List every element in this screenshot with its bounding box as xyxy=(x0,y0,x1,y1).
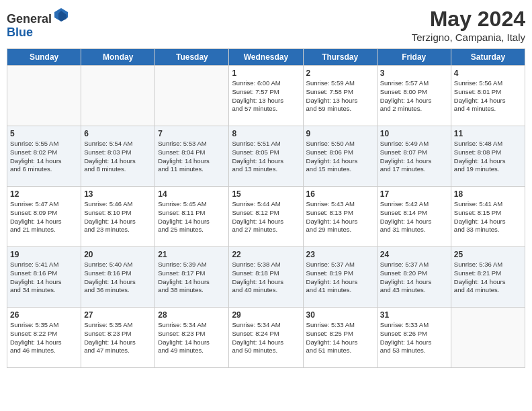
day-number: 22 xyxy=(232,250,300,259)
day-info: Sunrise: 5:42 AM Sunset: 8:14 PM Dayligh… xyxy=(380,200,448,234)
day-info: Sunrise: 5:47 AM Sunset: 8:09 PM Dayligh… xyxy=(10,200,78,234)
day-number: 31 xyxy=(380,310,448,320)
calendar-cell: 27Sunrise: 5:35 AM Sunset: 8:23 PM Dayli… xyxy=(81,308,155,368)
calendar-cell: 30Sunrise: 5:33 AM Sunset: 8:25 PM Dayli… xyxy=(303,308,377,368)
day-info: Sunrise: 5:56 AM Sunset: 8:01 PM Dayligh… xyxy=(454,79,522,113)
calendar-cell: 16Sunrise: 5:43 AM Sunset: 8:13 PM Dayli… xyxy=(303,187,377,247)
weekday-header-friday: Friday xyxy=(377,49,451,66)
calendar-week-row: 1Sunrise: 6:00 AM Sunset: 7:57 PM Daylig… xyxy=(7,66,525,126)
calendar-cell: 6Sunrise: 5:54 AM Sunset: 8:03 PM Daylig… xyxy=(81,126,155,187)
calendar-cell: 24Sunrise: 5:37 AM Sunset: 8:20 PM Dayli… xyxy=(377,247,451,308)
weekday-header-saturday: Saturday xyxy=(451,49,525,66)
calendar-cell: 19Sunrise: 5:41 AM Sunset: 8:16 PM Dayli… xyxy=(7,247,81,308)
day-number: 20 xyxy=(84,250,152,259)
weekday-header-tuesday: Tuesday xyxy=(155,49,229,66)
day-number: 9 xyxy=(306,129,374,138)
day-number: 28 xyxy=(158,310,226,320)
weekday-header-wednesday: Wednesday xyxy=(229,49,303,66)
day-number: 2 xyxy=(306,68,374,78)
month-title: May 2024 xyxy=(412,7,525,32)
calendar-cell: 11Sunrise: 5:48 AM Sunset: 8:08 PM Dayli… xyxy=(451,126,525,187)
day-number: 12 xyxy=(10,189,78,199)
day-number: 14 xyxy=(158,189,226,199)
day-number: 13 xyxy=(84,189,152,199)
day-info: Sunrise: 5:44 AM Sunset: 8:12 PM Dayligh… xyxy=(232,200,300,234)
calendar-cell: 28Sunrise: 5:34 AM Sunset: 8:23 PM Dayli… xyxy=(155,308,229,368)
calendar-cell: 22Sunrise: 5:38 AM Sunset: 8:18 PM Dayli… xyxy=(229,247,303,308)
day-number: 11 xyxy=(454,129,522,138)
day-info: Sunrise: 5:39 AM Sunset: 8:17 PM Dayligh… xyxy=(158,261,226,295)
calendar-week-row: 12Sunrise: 5:47 AM Sunset: 8:09 PM Dayli… xyxy=(7,187,525,247)
weekday-header-row: SundayMondayTuesdayWednesdayThursdayFrid… xyxy=(7,49,525,66)
calendar-cell: 4Sunrise: 5:56 AM Sunset: 8:01 PM Daylig… xyxy=(451,66,525,126)
day-info: Sunrise: 5:54 AM Sunset: 8:03 PM Dayligh… xyxy=(84,140,152,174)
day-info: Sunrise: 5:45 AM Sunset: 8:11 PM Dayligh… xyxy=(158,200,226,234)
calendar-cell: 14Sunrise: 5:45 AM Sunset: 8:11 PM Dayli… xyxy=(155,187,229,247)
calendar-week-row: 5Sunrise: 5:55 AM Sunset: 8:02 PM Daylig… xyxy=(7,126,525,187)
calendar-cell: 25Sunrise: 5:36 AM Sunset: 8:21 PM Dayli… xyxy=(451,247,525,308)
calendar-cell: 23Sunrise: 5:37 AM Sunset: 8:19 PM Dayli… xyxy=(303,247,377,308)
weekday-header-monday: Monday xyxy=(81,49,155,66)
day-number: 23 xyxy=(306,250,374,259)
calendar-cell: 2Sunrise: 5:59 AM Sunset: 7:58 PM Daylig… xyxy=(303,66,377,126)
weekday-header-thursday: Thursday xyxy=(303,49,377,66)
calendar-cell: 5Sunrise: 5:55 AM Sunset: 8:02 PM Daylig… xyxy=(7,126,81,187)
day-number: 19 xyxy=(10,250,78,259)
logo-blue: Blue xyxy=(7,26,33,39)
location-title: Terzigno, Campania, Italy xyxy=(412,32,525,43)
calendar-cell: 21Sunrise: 5:39 AM Sunset: 8:17 PM Dayli… xyxy=(155,247,229,308)
day-number: 5 xyxy=(10,129,78,138)
day-info: Sunrise: 5:46 AM Sunset: 8:10 PM Dayligh… xyxy=(84,200,152,234)
calendar-week-row: 19Sunrise: 5:41 AM Sunset: 8:16 PM Dayli… xyxy=(7,247,525,308)
calendar-cell: 9Sunrise: 5:50 AM Sunset: 8:06 PM Daylig… xyxy=(303,126,377,187)
day-number: 26 xyxy=(10,310,78,320)
day-info: Sunrise: 5:48 AM Sunset: 8:08 PM Dayligh… xyxy=(454,140,522,174)
calendar-cell: 18Sunrise: 5:41 AM Sunset: 8:15 PM Dayli… xyxy=(451,187,525,247)
day-number: 16 xyxy=(306,189,374,199)
day-info: Sunrise: 5:38 AM Sunset: 8:18 PM Dayligh… xyxy=(232,261,300,295)
calendar-cell: 31Sunrise: 5:33 AM Sunset: 8:26 PM Dayli… xyxy=(377,308,451,368)
calendar-week-row: 26Sunrise: 5:35 AM Sunset: 8:22 PM Dayli… xyxy=(7,308,525,368)
calendar-cell: 29Sunrise: 5:34 AM Sunset: 8:24 PM Dayli… xyxy=(229,308,303,368)
day-number: 3 xyxy=(380,68,448,78)
calendar-cell: 7Sunrise: 5:53 AM Sunset: 8:04 PM Daylig… xyxy=(155,126,229,187)
day-info: Sunrise: 5:59 AM Sunset: 7:58 PM Dayligh… xyxy=(306,79,374,113)
day-number: 15 xyxy=(232,189,300,199)
calendar-cell: 15Sunrise: 5:44 AM Sunset: 8:12 PM Dayli… xyxy=(229,187,303,247)
day-info: Sunrise: 5:35 AM Sunset: 8:22 PM Dayligh… xyxy=(10,321,78,355)
day-number: 8 xyxy=(232,129,300,138)
day-number: 7 xyxy=(158,129,226,138)
page-header: General Blue May 2024 Terzigno, Campania… xyxy=(7,7,525,43)
calendar-cell: 10Sunrise: 5:49 AM Sunset: 8:07 PM Dayli… xyxy=(377,126,451,187)
day-info: Sunrise: 5:49 AM Sunset: 8:07 PM Dayligh… xyxy=(380,140,448,174)
calendar-cell: 8Sunrise: 5:51 AM Sunset: 8:05 PM Daylig… xyxy=(229,126,303,187)
day-info: Sunrise: 5:34 AM Sunset: 8:24 PM Dayligh… xyxy=(232,321,300,355)
day-number: 29 xyxy=(232,310,300,320)
calendar-cell: 1Sunrise: 6:00 AM Sunset: 7:57 PM Daylig… xyxy=(229,66,303,126)
title-block: May 2024 Terzigno, Campania, Italy xyxy=(412,7,525,43)
calendar-cell: 12Sunrise: 5:47 AM Sunset: 8:09 PM Dayli… xyxy=(7,187,81,247)
day-number: 4 xyxy=(454,68,522,78)
day-info: Sunrise: 5:36 AM Sunset: 8:21 PM Dayligh… xyxy=(454,261,522,295)
day-info: Sunrise: 5:41 AM Sunset: 8:16 PM Dayligh… xyxy=(10,261,78,295)
day-number: 27 xyxy=(84,310,152,320)
calendar-cell: 26Sunrise: 5:35 AM Sunset: 8:22 PM Dayli… xyxy=(7,308,81,368)
logo-general: General xyxy=(7,12,52,26)
day-info: Sunrise: 5:37 AM Sunset: 8:19 PM Dayligh… xyxy=(306,261,374,295)
weekday-header-sunday: Sunday xyxy=(7,49,81,66)
calendar-cell: 20Sunrise: 5:40 AM Sunset: 8:16 PM Dayli… xyxy=(81,247,155,308)
calendar-cell xyxy=(7,66,81,126)
day-info: Sunrise: 5:51 AM Sunset: 8:05 PM Dayligh… xyxy=(232,140,300,174)
calendar-table: SundayMondayTuesdayWednesdayThursdayFrid… xyxy=(7,48,525,368)
day-number: 21 xyxy=(158,250,226,259)
calendar-cell: 17Sunrise: 5:42 AM Sunset: 8:14 PM Dayli… xyxy=(377,187,451,247)
day-number: 17 xyxy=(380,189,448,199)
day-info: Sunrise: 5:34 AM Sunset: 8:23 PM Dayligh… xyxy=(158,321,226,355)
day-info: Sunrise: 5:33 AM Sunset: 8:25 PM Dayligh… xyxy=(306,321,374,355)
day-info: Sunrise: 5:35 AM Sunset: 8:23 PM Dayligh… xyxy=(84,321,152,355)
day-number: 25 xyxy=(454,250,522,259)
day-number: 1 xyxy=(232,68,300,78)
day-number: 30 xyxy=(306,310,374,320)
logo: General Blue xyxy=(7,7,69,40)
logo-icon xyxy=(53,7,69,23)
